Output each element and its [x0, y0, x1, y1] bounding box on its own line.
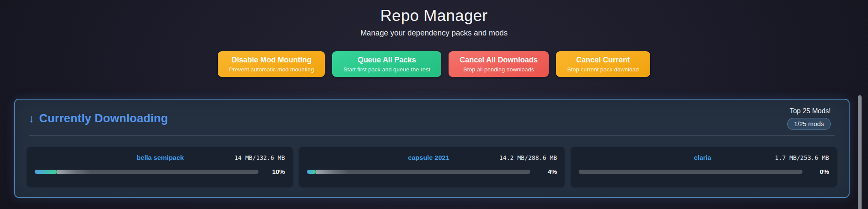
download-card: bella semipack 14 MB/132.6 MB 10% — [27, 147, 293, 187]
page-subtitle: Manage your dependency packs and mods — [0, 29, 868, 38]
currently-downloading-panel: ↓ Currently Downloading Top 25 Mods! 1/2… — [14, 99, 850, 198]
arrow-down-icon: ↓ — [29, 113, 34, 124]
progress-fill — [35, 170, 57, 174]
section-title: Currently Downloading — [39, 112, 168, 125]
progress-row: 0% — [579, 168, 829, 175]
mods-count-badge: 1/25 mods — [787, 118, 831, 130]
progress-percent: 0% — [809, 168, 829, 175]
queue-all-packs-button[interactable]: Queue All Packs Start first pack and que… — [332, 51, 441, 77]
pack-size: 1.7 MB/253.6 MB — [775, 154, 829, 161]
button-label: Queue All Packs — [358, 56, 416, 65]
progress-row: 4% — [307, 168, 557, 175]
divider — [29, 135, 835, 136]
pack-size: 14 MB/132.6 MB — [235, 154, 285, 161]
progress-shimmer — [57, 170, 90, 174]
download-card: claria 1.7 MB/253.6 MB 0% — [571, 147, 837, 187]
vertical-scrollbar[interactable] — [858, 95, 862, 209]
progress-fill — [307, 170, 316, 174]
actions-toolbar: Disable Mod Mounting Prevent automatic m… — [0, 51, 868, 77]
section-collapse-toggle[interactable]: ↓ Currently Downloading — [29, 112, 168, 125]
progress-shimmer — [316, 170, 349, 174]
button-sublabel: Prevent automatic mod mounting — [229, 66, 314, 73]
card-header: capsule 2021 14.2 MB/288.6 MB — [307, 154, 557, 162]
card-header: bella semipack 14 MB/132.6 MB — [35, 154, 285, 162]
card-header: claria 1.7 MB/253.6 MB — [579, 154, 829, 162]
pack-name: capsule 2021 — [307, 154, 499, 162]
top-mods-label: Top 25 Mods! — [790, 107, 831, 115]
progress-row: 10% — [35, 168, 285, 175]
button-sublabel: Stop current pack download — [567, 66, 639, 73]
progress-bar — [35, 170, 259, 174]
page-title: Repo Manager — [0, 7, 868, 25]
button-label: Cancel Current — [576, 56, 630, 65]
button-label: Disable Mod Mounting — [232, 56, 312, 65]
panel-meta: Top 25 Mods! 1/25 mods — [787, 107, 831, 130]
progress-percent: 4% — [537, 168, 557, 175]
pack-size: 14.2 MB/288.6 MB — [499, 154, 557, 161]
pack-name: bella semipack — [35, 154, 235, 162]
progress-bar — [307, 170, 531, 174]
download-card: capsule 2021 14.2 MB/288.6 MB 4% — [299, 147, 565, 187]
cancel-current-button[interactable]: Cancel Current Stop current pack downloa… — [556, 51, 650, 77]
app-header: Repo Manager Manage your dependency pack… — [0, 0, 868, 38]
button-sublabel: Stop all pending downloads — [464, 66, 534, 73]
progress-percent: 10% — [265, 168, 285, 175]
disable-mod-mounting-button[interactable]: Disable Mod Mounting Prevent automatic m… — [218, 51, 325, 77]
cancel-all-downloads-button[interactable]: Cancel All Downloads Stop all pending do… — [449, 51, 549, 77]
pack-name: claria — [579, 154, 775, 162]
progress-bar — [579, 170, 803, 174]
downloads-list: bella semipack 14 MB/132.6 MB 10% capsul… — [27, 147, 837, 187]
button-label: Cancel All Downloads — [460, 56, 538, 65]
button-sublabel: Start first pack and queue the rest — [343, 66, 430, 73]
panel-header: ↓ Currently Downloading Top 25 Mods! 1/2… — [27, 107, 837, 130]
